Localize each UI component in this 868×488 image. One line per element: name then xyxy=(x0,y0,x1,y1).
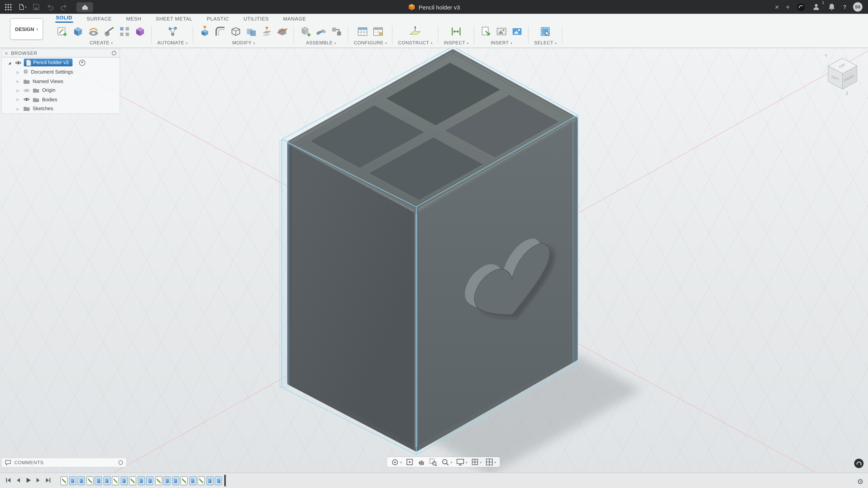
close-tab-icon[interactable]: × xyxy=(775,3,779,10)
new-tab-icon[interactable]: + xyxy=(786,3,790,10)
timeline-feature-extrude[interactable] xyxy=(206,476,213,485)
browser-item-bodies[interactable]: ▷ Bodies xyxy=(2,95,120,104)
preferences-gear-icon[interactable]: ⚙ xyxy=(857,478,864,485)
tab-plastic[interactable]: PLASTIC xyxy=(206,15,229,23)
tab-solid[interactable]: SOLID xyxy=(55,14,73,23)
split-body-icon[interactable] xyxy=(276,25,288,37)
rigid-group-icon[interactable] xyxy=(331,25,343,37)
activate-component-radio[interactable] xyxy=(79,60,85,65)
group-label-insert[interactable]: INSERT xyxy=(491,40,509,45)
comments-options-icon[interactable] xyxy=(118,460,123,465)
timeline-feature-extrude[interactable] xyxy=(78,476,85,485)
construct-plane-icon[interactable] xyxy=(409,25,422,37)
timeline-feature-sketch[interactable] xyxy=(112,476,119,485)
viewports-icon[interactable]: ▾ xyxy=(486,458,496,466)
tab-sheet-metal[interactable]: SHEET METAL xyxy=(155,15,193,23)
timeline-feature-sketch[interactable] xyxy=(86,476,93,485)
fillet-icon[interactable] xyxy=(214,25,226,37)
panel-options-icon[interactable] xyxy=(112,51,116,55)
visibility-eye-icon[interactable] xyxy=(15,60,22,65)
insert-derive-icon[interactable] xyxy=(480,25,492,37)
decal-icon[interactable] xyxy=(495,25,507,37)
browser-item-sketches[interactable]: ▷ Sketches xyxy=(2,104,120,113)
step-forward-icon[interactable] xyxy=(35,476,41,486)
apps-grid-icon[interactable] xyxy=(4,2,13,11)
timeline-feature-extrude[interactable] xyxy=(103,476,111,485)
root-component-pill[interactable]: Pencil holder v3 xyxy=(24,59,73,66)
select-icon[interactable] xyxy=(539,25,552,37)
tab-surface[interactable]: SURFACE xyxy=(86,15,112,23)
expand-arrow-icon[interactable]: ▷ xyxy=(17,107,21,110)
comments-bar[interactable]: COMMENTS xyxy=(1,458,127,467)
timeline-feature-extrude[interactable] xyxy=(163,476,170,485)
canvas-image-icon[interactable] xyxy=(511,25,523,37)
tab-utilities[interactable]: UTILITIES xyxy=(243,15,269,23)
new-sketch-icon[interactable] xyxy=(56,25,69,37)
design-workspace-button[interactable]: DESIGN ▾ xyxy=(10,18,43,40)
step-back-icon[interactable] xyxy=(15,476,22,486)
timeline-feature-sketch[interactable] xyxy=(197,476,205,485)
sweep-icon[interactable] xyxy=(103,25,115,37)
revolve-icon[interactable] xyxy=(87,25,100,37)
timeline-feature-sketch[interactable] xyxy=(155,476,162,485)
home-tab[interactable] xyxy=(76,2,93,12)
group-label-select[interactable]: SELECT xyxy=(534,40,554,45)
tab-mesh[interactable]: MESH xyxy=(126,15,142,23)
timeline-position-marker[interactable] xyxy=(224,475,225,486)
timeline-feature-extrude[interactable] xyxy=(120,476,127,485)
timeline-feature-extrude[interactable] xyxy=(69,476,76,485)
expand-arrow-icon[interactable]: ▷ xyxy=(17,79,21,83)
configuration-icon[interactable] xyxy=(372,25,384,37)
play-icon[interactable] xyxy=(25,476,32,486)
shell-icon[interactable] xyxy=(230,25,242,37)
timeline-feature-extrude[interactable] xyxy=(189,476,196,485)
redo-icon[interactable] xyxy=(59,2,68,11)
visibility-eye-icon[interactable] xyxy=(23,88,30,93)
zoom-window-icon[interactable] xyxy=(429,458,437,466)
configure-table-icon[interactable] xyxy=(356,25,369,37)
automate-icon[interactable] xyxy=(166,25,179,37)
file-menu-icon[interactable]: ▾ xyxy=(18,2,27,11)
timeline-feature-sketch[interactable] xyxy=(180,476,188,485)
user-icon[interactable]: 1 xyxy=(812,2,821,11)
group-label-inspect[interactable]: INSPECT xyxy=(444,40,465,45)
zoom-icon[interactable]: ▾ xyxy=(441,458,452,466)
look-at-icon[interactable] xyxy=(406,458,413,466)
group-label-construct[interactable]: CONSTRUCT xyxy=(398,40,429,45)
group-label-configure[interactable]: CONFIGURE xyxy=(354,40,383,45)
offset-face-icon[interactable] xyxy=(261,25,273,37)
pattern-icon[interactable] xyxy=(118,25,131,37)
timeline-feature-extrude[interactable] xyxy=(215,476,222,485)
group-label-automate[interactable]: AUTOMATE xyxy=(157,40,184,45)
undo-icon[interactable] xyxy=(45,2,54,11)
tab-manage[interactable]: MANAGE xyxy=(282,15,307,23)
help-icon[interactable]: ? xyxy=(843,4,846,10)
collapse-panel-icon[interactable]: « xyxy=(5,51,8,56)
grid-settings-icon[interactable]: ▾ xyxy=(471,458,482,466)
browser-root-row[interactable]: ◢ Pencil holder v3 xyxy=(2,58,120,67)
press-pull-icon[interactable] xyxy=(199,25,211,37)
timeline-feature-extrude[interactable] xyxy=(172,476,179,485)
viewport-canvas[interactable] xyxy=(0,47,868,473)
group-label-modify[interactable]: MODIFY xyxy=(232,40,252,45)
timeline-feature-extrude[interactable] xyxy=(95,476,102,485)
measure-icon[interactable] xyxy=(450,25,462,37)
timeline-feature-sketch[interactable] xyxy=(60,476,67,485)
visibility-eye-icon[interactable] xyxy=(23,97,30,102)
extrude-icon[interactable] xyxy=(72,25,84,37)
expand-arrow-icon[interactable]: ▷ xyxy=(17,70,21,74)
expand-arrow-icon[interactable]: ▷ xyxy=(17,88,21,92)
save-icon[interactable] xyxy=(32,2,40,11)
browser-item-document-settings[interactable]: ▷ ⚙ Document Settings xyxy=(2,68,120,77)
timeline-feature-extrude[interactable] xyxy=(137,476,145,485)
browser-item-origin[interactable]: ▷ Origin xyxy=(2,86,120,95)
primitive-box-icon[interactable] xyxy=(134,25,146,37)
skip-end-icon[interactable] xyxy=(45,476,51,486)
avatar[interactable]: SS xyxy=(853,2,863,11)
bell-icon[interactable] xyxy=(828,2,836,11)
view-cube[interactable]: Y TOP LEFT FRONT Z xyxy=(823,52,865,96)
extensions-icon[interactable] xyxy=(797,2,805,11)
pan-icon[interactable] xyxy=(417,458,425,466)
expand-arrow-icon[interactable]: ◢ xyxy=(8,61,13,64)
joint-icon[interactable] xyxy=(315,25,327,37)
